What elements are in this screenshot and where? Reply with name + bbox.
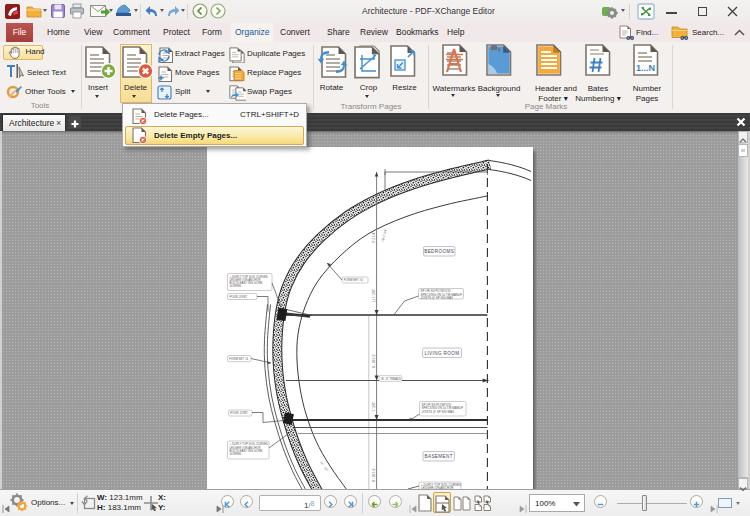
svg-text:POUR JOINT: POUR JOINT: [230, 411, 248, 415]
svg-text:BEDROOMS: BEDROOMS: [424, 249, 454, 254]
svg-text:18'-2 3/4": 18'-2 3/4": [381, 228, 388, 242]
svg-text:GORREL: GORREL: [230, 284, 243, 288]
svg-text:FORM SET #4: FORM SET #4: [344, 278, 363, 282]
svg-text:8 - 10 1/2: 8 - 10 1/2: [372, 354, 376, 368]
svg-text:(-) 1' 3/8": (-) 1' 3/8": [372, 289, 376, 302]
svg-text:LIVING ROOM: LIVING ROOM: [424, 351, 459, 356]
svg-text:JOISTS @ SP SIG MAX: JOISTS @ SP SIG MAX: [421, 296, 454, 300]
svg-text:1' 3/8": 1' 3/8": [372, 402, 376, 411]
svg-text:POUR JOINT: POUR JOINT: [230, 295, 248, 299]
svg-text:FORM SET #4: FORM SET #4: [229, 357, 248, 361]
svg-text:JOISTS @ SP SIG MAX: JOISTS @ SP SIG MAX: [422, 410, 455, 414]
svg-text:GORREL: GORREL: [230, 452, 243, 456]
svg-text:9'-2 1/4": 9'-2 1/4": [372, 231, 376, 243]
svg-text:1...N: 1...N: [636, 63, 655, 73]
svg-text:BASEMENT: BASEMENT: [424, 454, 452, 459]
svg-text:8 - 10 1/2: 8 - 10 1/2: [372, 468, 376, 482]
svg-text:W - 8' TREADS: W - 8' TREADS: [381, 377, 401, 381]
